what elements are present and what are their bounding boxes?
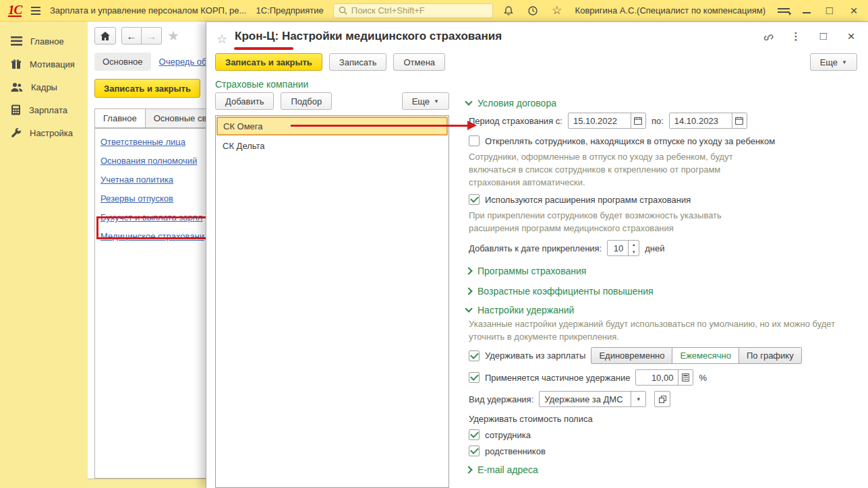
deduction-kind-select[interactable]: Удержание за ДМС [539,391,646,407]
sidebar-item-hr[interactable]: Кадры [0,75,88,98]
tab-queue-link[interactable]: Очередь обр [159,57,206,67]
program-extensions-row: Используются расширения программ страхов… [469,194,861,205]
policy-relatives-checkbox[interactable] [469,446,480,456]
company-row-omega[interactable]: СК Омега [216,117,448,135]
section-title: Программы страхования [478,266,586,276]
section-age-coefficients[interactable]: Возрастные коэффициенты повышения [466,286,861,297]
panel-page-tabs: Главное Основные све [94,109,206,128]
attach-days-label: Добавлять к дате прикрепления: [469,243,602,253]
open-item-button[interactable] [654,391,670,407]
link-medical-insurance[interactable]: Медицинское страховани [100,231,206,250]
dialog-window-icons [762,30,857,42]
favorite-star-icon[interactable] [167,28,179,44]
dialog-title: Крон-Ц: Настройки медицинского страхован… [235,30,502,43]
section-title: E-mail адреса [478,464,538,475]
service-menu-icon[interactable] [778,7,790,15]
sidebar-item-main[interactable]: Главное [0,30,88,53]
period-to-field[interactable]: 14.10.2023 [669,113,747,129]
back-button[interactable] [121,27,142,44]
panel-tabs: Основное Очередь обр [94,53,206,71]
sidebar-item-settings[interactable]: Настройка [0,121,88,144]
calculator-icon[interactable] [678,370,693,385]
link-vacation-reserves[interactable]: Резервы отпусков [100,193,206,212]
policy-relatives-row: родственников [469,446,861,456]
forward-button[interactable] [142,27,162,44]
calculator-icon [11,104,21,115]
dialog-favorite-star-icon[interactable] [216,32,227,47]
attach-days-field[interactable]: 10 ▲▼ [607,240,639,256]
dropdown-arrow-icon[interactable] [631,392,645,406]
cancel-button[interactable]: Отмена [393,53,445,71]
section-sidebar: Главное Мотивация Кадры Зарплата Настрой… [0,22,88,488]
dialog-more-actions-icon[interactable] [790,30,802,42]
page-tab-basic-info[interactable]: Основные све [146,109,206,128]
add-company-button[interactable]: Добавить [215,92,274,110]
notifications-bell-icon[interactable] [502,5,515,17]
calendar-icon[interactable] [631,113,645,128]
partial-deduction-checkbox[interactable] [469,372,480,383]
sidebar-item-salary[interactable]: Зарплата [0,98,88,121]
spin-down-icon[interactable]: ▼ [629,248,639,255]
tab-main[interactable]: Основное [94,53,151,71]
open-icon [659,396,666,403]
section-insurance-programs[interactable]: Программы страхования [466,266,861,276]
search-icon [339,6,347,15]
settings-background-panel: Основное Очередь обр Записать и закрыть … [88,22,206,488]
attach-days-value: 10 [608,243,628,253]
withhold-from-salary-label: Удерживать из зарплаты [485,350,585,361]
partial-deduction-label: Применяется частичное удержание [485,373,630,383]
current-user[interactable]: Ковригина А.С.(Специалист по компенсация… [575,5,765,16]
deduction-kind-label: Вид удержания: [469,394,533,404]
company-name: СК Дельта [223,141,265,151]
dialog-more-button[interactable]: Еще▼ [810,53,857,71]
link-responsible-persons[interactable]: Ответственные лица [100,137,206,156]
mode-once-button[interactable]: Единовременно [591,348,672,363]
section-contract-terms[interactable]: Условия договора [466,98,861,109]
calendar-icon[interactable] [732,113,747,128]
mode-monthly-button[interactable]: Ежемесячно [672,348,739,363]
companies-toolbar: Добавить Подбор Еще▼ [215,92,449,110]
pick-company-button[interactable]: Подбор [281,92,332,110]
mode-schedule-button[interactable]: По графику [739,348,801,363]
get-link-icon[interactable] [762,30,774,42]
home-button[interactable] [94,27,116,44]
withhold-from-salary-checkbox[interactable] [469,350,480,361]
spinner-control[interactable]: ▲▼ [628,241,639,255]
program-extensions-checkbox[interactable] [469,194,480,205]
policy-relatives-label: родственников [485,446,546,456]
companies-list: СК Омега СК Дельта [215,115,449,488]
spin-up-icon[interactable]: ▲ [629,241,639,248]
window-close-button[interactable] [848,5,860,17]
companies-more-button[interactable]: Еще▼ [402,92,449,110]
favorites-star-icon[interactable] [551,5,563,17]
detach-employees-checkbox[interactable] [469,135,480,146]
save-and-close-button[interactable]: Записать и закрыть [215,53,322,71]
link-authority-grounds[interactable]: Основания полномочий [100,156,206,175]
chevron-down-icon [465,98,472,105]
link-accounting-policy[interactable]: Учетная политика [100,175,206,193]
deduction-kind-row: Вид удержания: Удержание за ДМС [469,391,861,407]
window-maximize-button[interactable] [823,5,836,17]
link-payroll-accounting[interactable]: Бухучет и выплата зарпл [100,212,206,231]
main-menu-icon[interactable] [31,7,40,15]
window-minimize-button[interactable] [802,6,811,16]
section-deduction-settings[interactable]: Настройки удержаний [466,305,861,315]
policy-employee-row: сотрудника [469,429,861,440]
panel-save-close-button[interactable]: Записать и закрыть [94,79,200,98]
section-email-addresses[interactable]: E-mail адреса [466,464,861,475]
global-search-input[interactable]: Поиск Ctrl+Shift+F [333,3,493,18]
policy-employee-checkbox[interactable] [469,429,480,440]
dialog-maximize-button[interactable] [817,30,830,42]
sidebar-item-motivation[interactable]: Мотивация [0,53,88,75]
page-tab-main[interactable]: Главное [94,109,146,128]
attach-days-row: Добавлять к дате прикрепления: 10 ▲▼ дне… [469,240,861,256]
save-button[interactable]: Записать [329,53,387,71]
company-row-delta[interactable]: СК Дельта [216,136,449,155]
dialog-close-button[interactable] [845,30,857,42]
partial-percent-field[interactable]: 10,00 [635,369,693,386]
period-from-field[interactable]: 15.10.2022 [568,113,646,129]
history-icon[interactable] [527,5,539,17]
dialog-settings-column: Условия договора Период страхования с: 1… [466,98,861,475]
annotation-red-underline [234,47,293,50]
partial-percent-value: 10,00 [636,373,678,383]
